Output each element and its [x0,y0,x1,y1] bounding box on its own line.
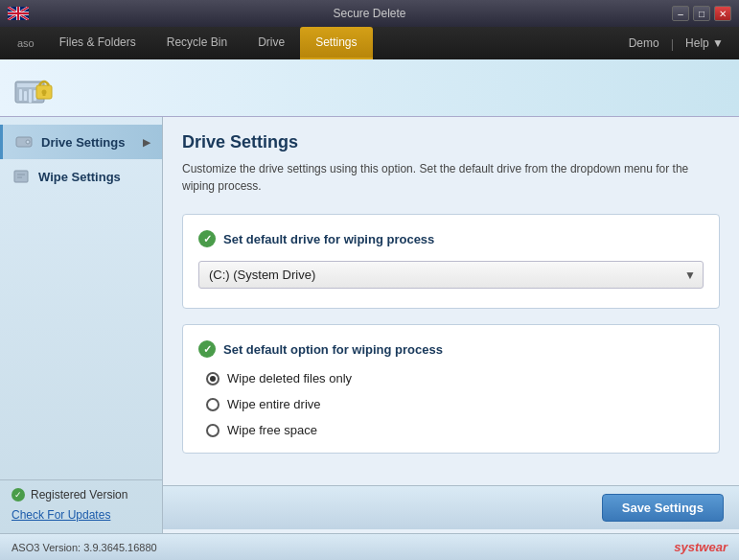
app-logo-icon [10,64,58,112]
section1-check-icon: ✓ [198,230,216,247]
app-header [0,59,739,117]
help-button[interactable]: Help ▼ [678,36,731,50]
brand-suffix: twear [695,540,727,554]
radio-wipe-entire-icon [206,398,219,411]
app-window: Secure Delete – □ ✕ aso Files & Folders … [0,0,739,560]
content-area: Drive Settings Customize the drive setti… [163,117,739,533]
registered-row: ✓ Registered Version [12,488,151,502]
registered-label: Registered Version [31,488,127,502]
brand-text: systwear [674,540,727,554]
section2-title: ✓ Set default option for wiping process [198,340,704,358]
tab-files[interactable]: Files & Folders [44,27,151,59]
main-layout: Drive Settings ▶ Wipe Settings Drive Set… [0,117,739,533]
wipe-options-group: Wipe deleted files only Wipe entire driv… [198,371,704,437]
save-settings-button[interactable]: Save Settings [602,494,724,522]
sidebar-arrow-icon: ▶ [143,137,150,148]
page-description: Customize the drive settings using this … [182,160,720,195]
menu-bar: aso Files & Folders Recycle Bin Drive Se… [0,27,739,59]
sidebar-item-drive-settings[interactable]: Drive Settings ▶ [0,125,162,159]
tab-drive[interactable]: Drive [242,27,300,59]
option-wipe-free[interactable]: Wipe free space [206,423,704,437]
sidebar-item-wipe-settings[interactable]: Wipe Settings [0,159,162,194]
menu-right: Demo | Help ▼ [621,27,731,59]
svg-rect-12 [14,171,28,182]
check-updates-link[interactable]: Check For Updates [12,508,110,522]
wipe-settings-icon [12,167,31,186]
tab-settings[interactable]: Settings [300,27,372,59]
drive-dropdown-wrap: (C:) (System Drive) (D:) (Data Drive) (E… [198,261,704,289]
section-default-wipe: ✓ Set default option for wiping process … [182,324,720,454]
radio-wipe-deleted-icon [206,372,219,385]
window-controls: – □ ✕ [672,6,731,21]
maximize-button[interactable]: □ [693,6,710,21]
drive-settings-icon [14,132,34,152]
close-button[interactable]: ✕ [714,6,731,21]
section2-check-icon: ✓ [198,340,216,358]
tab-recycle[interactable]: Recycle Bin [151,27,242,59]
menu-logo: aso [8,27,44,59]
page-title: Drive Settings [182,132,720,152]
svg-point-11 [26,140,30,144]
flag-icon [8,7,29,20]
drive-dropdown[interactable]: (C:) (System Drive) (D:) (Data Drive) (E… [198,261,704,289]
sidebar-wipe-label: Wipe Settings [38,170,121,184]
registered-check-icon: ✓ [12,488,25,502]
demo-button[interactable]: Demo [621,36,667,50]
svg-rect-4 [24,91,27,101]
title-bar: Secure Delete – □ ✕ [0,0,739,27]
section1-title: ✓ Set default drive for wiping process [198,230,704,247]
option-wipe-entire[interactable]: Wipe entire drive [206,397,704,411]
sidebar-drive-label: Drive Settings [41,135,125,150]
title-text: Secure Delete [333,7,405,20]
brand-prefix: sys [674,540,695,554]
bottom-bar: ASO3 Version: 3.9.3645.16880 systwear [0,533,739,560]
svg-rect-9 [43,92,46,96]
section-default-drive: ✓ Set default drive for wiping process (… [182,214,720,309]
version-text: ASO3 Version: 3.9.3645.16880 [12,542,157,553]
svg-rect-3 [19,89,22,101]
sidebar-footer: ✓ Registered Version Check For Updates [0,479,163,529]
minimize-button[interactable]: – [672,6,689,21]
radio-wipe-free-icon [206,424,219,437]
save-button-area: Save Settings [163,485,739,529]
sidebar: Drive Settings ▶ Wipe Settings [0,117,163,533]
svg-rect-5 [29,89,32,103]
option-wipe-deleted[interactable]: Wipe deleted files only [206,371,704,385]
